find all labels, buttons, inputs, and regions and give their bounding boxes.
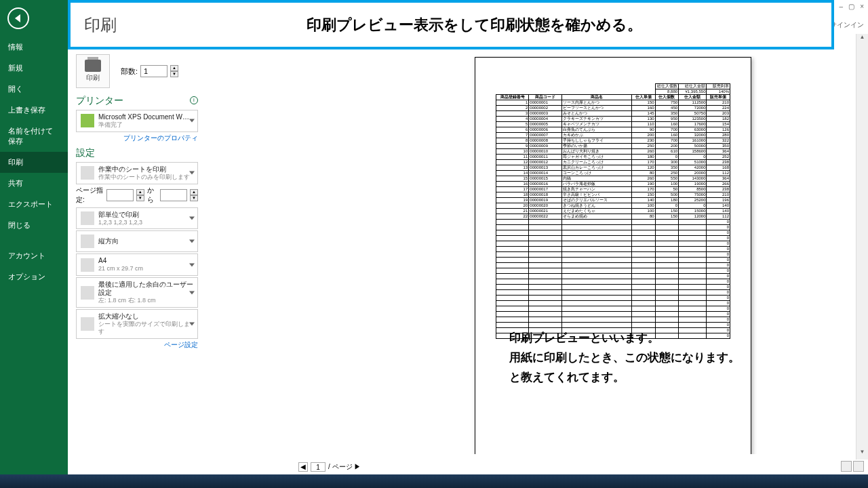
sidebar-item-アカウント[interactable]: アカウント	[0, 245, 68, 266]
preview-page: 総仕入個数総仕入金額販売利率8,880¥1,395,550140% 商品登録番号…	[475, 57, 751, 454]
prev-page-button[interactable]: ◀	[298, 462, 308, 472]
scroll-down-icon[interactable]: ▼	[856, 449, 868, 460]
orientation-select[interactable]: 縦方向	[76, 230, 198, 252]
margins-select[interactable]: 最後に適用した余白のユーザー設定左: 1.8 cm 右: 1.8 cm	[76, 277, 198, 308]
printer-select[interactable]: Microsoft XPS Document W…準備完了	[76, 110, 198, 132]
back-button[interactable]	[0, 0, 37, 37]
annotation-text: 印刷プレビューといいます。 用紙に印刷したとき、この状態になります。 と教えてく…	[509, 329, 740, 388]
printer-properties-link[interactable]: プリンターのプロパティ	[76, 134, 198, 143]
sidebar-item-開く[interactable]: 開く	[0, 79, 68, 100]
scaling-icon	[81, 317, 94, 331]
sidebar-item-オプション[interactable]: オプション	[0, 266, 68, 287]
copies-label: 部数:	[121, 66, 138, 77]
collate-icon	[81, 211, 94, 225]
print-preview-area: 総仕入個数総仕入金額販売利率8,880¥1,395,550140% 商品登録番号…	[285, 56, 854, 454]
page-title: 印刷	[84, 14, 117, 36]
page-total: / ページ ▶	[328, 462, 361, 472]
zoom-controls	[841, 461, 864, 472]
page-number-input[interactable]	[311, 462, 326, 472]
backstage-sidebar: 情報新規開く上書き保存名前を付けて保存印刷共有エクスポート閉じる アカウントオプ…	[0, 0, 68, 474]
margins-icon	[81, 286, 94, 300]
page-icon	[81, 258, 94, 272]
collate-select[interactable]: 部単位で印刷1,2,3 1,2,3 1,2,3	[76, 207, 198, 230]
portrait-icon	[81, 235, 94, 248]
banner-message: 印刷プレビュー表示をして印刷状態を確かめる。	[117, 15, 831, 35]
sidebar-item-名前を付けて保存[interactable]: 名前を付けて保存	[0, 121, 68, 152]
printer-section-label: プリンター i	[76, 95, 198, 107]
sidebar-item-印刷[interactable]: 印刷	[0, 152, 68, 173]
sidebar-item-上書き保存[interactable]: 上書き保存	[0, 100, 68, 121]
sidebar-item-情報[interactable]: 情報	[0, 37, 68, 58]
info-icon[interactable]: i	[190, 96, 198, 104]
copies-spinner[interactable]: ▲▼	[170, 65, 178, 77]
print-button[interactable]: 印刷	[76, 54, 110, 88]
sidebar-item-新規[interactable]: 新規	[0, 58, 68, 79]
chevron-down-icon	[189, 119, 195, 123]
page-range-label: ページ指定:	[76, 186, 104, 205]
scroll-up-icon[interactable]: ▲	[856, 34, 868, 45]
zoom-button[interactable]	[853, 461, 864, 472]
scaling-select[interactable]: 拡大縮小なしシートを実際のサイズで印刷します	[76, 309, 198, 339]
instruction-banner: 印刷 印刷プレビュー表示をして印刷状態を確かめる。	[68, 0, 834, 49]
print-what-select[interactable]: 作業中のシートを印刷作業中のシートのみを印刷します	[76, 162, 198, 184]
sidebar-item-閉じる[interactable]: 閉じる	[0, 215, 68, 236]
sidebar-item-エクスポート[interactable]: エクスポート	[0, 194, 68, 215]
printer-device-icon	[81, 114, 94, 127]
page-from-input[interactable]	[106, 189, 134, 201]
page-nav: ◀ / ページ ▶	[298, 462, 361, 472]
fit-page-button[interactable]	[841, 461, 852, 472]
sidebar-item-共有[interactable]: 共有	[0, 173, 68, 194]
back-arrow-icon	[15, 14, 20, 22]
sheets-icon	[81, 166, 94, 180]
settings-section-label: 設定	[76, 147, 198, 159]
paper-size-select[interactable]: A421 cm x 29.7 cm	[76, 253, 198, 276]
printer-icon	[85, 60, 101, 72]
page-to-input[interactable]	[160, 189, 187, 201]
preview-table: 総仕入個数総仕入金額販売利率8,880¥1,395,550140% 商品登録番号…	[496, 83, 730, 339]
taskbar	[0, 474, 868, 488]
page-setup-link[interactable]: ページ設定	[76, 340, 198, 350]
copies-input[interactable]	[140, 65, 167, 77]
vertical-scrollbar[interactable]: ▲ ▼	[856, 34, 868, 460]
